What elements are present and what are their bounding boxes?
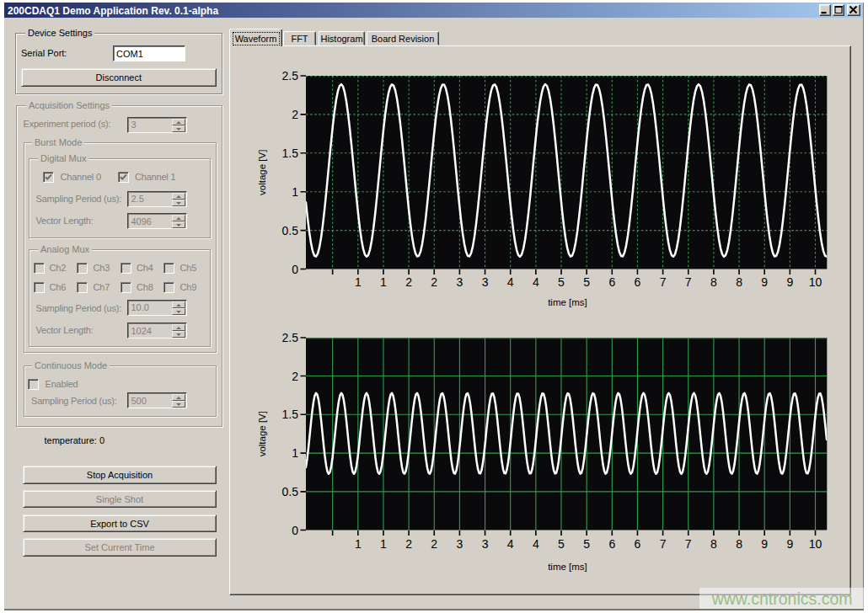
svg-text:1.5: 1.5: [282, 408, 299, 421]
svg-text:4: 4: [507, 537, 514, 551]
svg-text:2.5: 2.5: [282, 331, 299, 344]
svg-text:2: 2: [405, 537, 412, 551]
svg-text:voltage [V]: voltage [V]: [257, 411, 267, 456]
svg-text:0.5: 0.5: [282, 485, 299, 498]
svg-text:6: 6: [608, 537, 615, 551]
svg-text:2: 2: [431, 275, 437, 289]
svg-text:7: 7: [685, 275, 692, 289]
svg-text:9: 9: [786, 275, 793, 289]
svg-text:9: 9: [761, 537, 768, 551]
svg-text:1: 1: [355, 537, 362, 551]
svg-text:4: 4: [533, 537, 539, 551]
svg-text:3: 3: [482, 275, 489, 289]
svg-text:2: 2: [431, 537, 437, 551]
svg-text:voltage [V]: voltage [V]: [257, 150, 267, 195]
svg-text:7: 7: [660, 537, 667, 551]
svg-text:8: 8: [710, 275, 717, 289]
svg-text:6: 6: [608, 275, 615, 289]
svg-text:4: 4: [507, 275, 514, 289]
svg-text:0.5: 0.5: [282, 224, 299, 237]
svg-text:4: 4: [533, 275, 539, 289]
svg-text:2.5: 2.5: [282, 69, 299, 83]
svg-text:3: 3: [457, 275, 463, 289]
svg-text:0: 0: [292, 263, 298, 276]
svg-text:6: 6: [635, 537, 641, 551]
svg-text:5: 5: [558, 537, 565, 551]
svg-text:1: 1: [380, 275, 387, 289]
svg-text:time [ms]: time [ms]: [548, 297, 587, 307]
svg-text:8: 8: [710, 537, 717, 551]
svg-text:1: 1: [292, 446, 298, 460]
svg-text:9: 9: [786, 537, 793, 551]
svg-text:2: 2: [405, 275, 412, 289]
svg-text:8: 8: [736, 275, 742, 289]
svg-text:2: 2: [292, 370, 298, 383]
svg-text:3: 3: [457, 537, 463, 551]
svg-text:8: 8: [736, 537, 742, 551]
svg-text:1.5: 1.5: [282, 147, 299, 160]
svg-text:9: 9: [761, 275, 768, 289]
svg-text:5: 5: [583, 537, 590, 551]
svg-text:1: 1: [355, 275, 362, 289]
svg-text:6: 6: [635, 275, 641, 289]
svg-text:5: 5: [583, 275, 590, 289]
svg-text:5: 5: [558, 275, 565, 289]
svg-text:7: 7: [685, 537, 692, 551]
svg-text:time [ms]: time [ms]: [548, 562, 587, 572]
svg-text:1: 1: [292, 185, 298, 199]
svg-text:10: 10: [809, 275, 822, 289]
svg-text:0: 0: [292, 524, 298, 537]
svg-text:10: 10: [809, 537, 822, 551]
svg-text:7: 7: [660, 275, 667, 289]
svg-text:2: 2: [292, 108, 298, 121]
svg-text:3: 3: [482, 537, 489, 551]
svg-text:1: 1: [380, 537, 387, 551]
